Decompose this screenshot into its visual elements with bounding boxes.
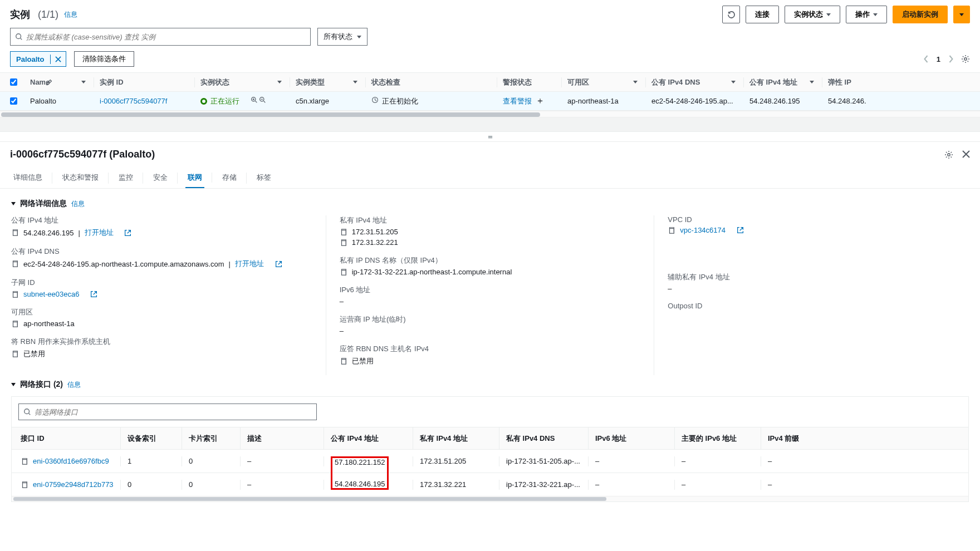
ni-h-scrollbar[interactable] — [12, 496, 968, 501]
connect-button[interactable]: 连接 — [746, 6, 779, 23]
col-pubip[interactable]: 公有 IPv4 地址 — [749, 77, 797, 87]
info-link[interactable]: 信息 — [64, 10, 77, 19]
ni-col-pdns[interactable]: 私有 IPv4 DNS — [499, 427, 588, 449]
actions-menu[interactable]: 操作 — [846, 6, 887, 23]
col-state[interactable]: 实例状态 — [200, 77, 229, 87]
refresh-button[interactable] — [722, 6, 740, 23]
copy-icon[interactable] — [340, 357, 347, 365]
row-checkbox[interactable] — [10, 97, 17, 105]
select-all-checkbox[interactable] — [10, 78, 17, 86]
ni-desc: – — [240, 480, 324, 490]
tab-tags[interactable]: 标签 — [254, 167, 273, 188]
ni-col-card[interactable]: 卡片索引 — [182, 427, 240, 449]
sort-icon[interactable] — [353, 81, 357, 83]
svg-rect-8 — [13, 292, 18, 297]
remove-filter-button[interactable] — [50, 55, 66, 64]
instances-search-input[interactable] — [26, 33, 306, 41]
instance-state-menu[interactable]: 实例状态 — [785, 6, 840, 23]
sort-icon[interactable] — [731, 81, 736, 83]
clear-filters-button[interactable]: 清除筛选条件 — [74, 51, 134, 67]
tab-details[interactable]: 详细信息 — [11, 167, 45, 188]
sort-icon[interactable] — [633, 81, 638, 83]
status-dot — [200, 98, 207, 105]
copy-icon[interactable] — [340, 239, 347, 247]
copy-icon[interactable] — [11, 229, 19, 237]
cell-type: c5n.xlarge — [296, 97, 365, 105]
page-prev[interactable] — [924, 55, 929, 63]
col-alarm[interactable]: 警报状态 — [503, 77, 532, 87]
ni-col-mv6[interactable]: 主要的 IPv6 地址 — [674, 427, 761, 449]
col-check[interactable]: 状态检查 — [371, 77, 400, 87]
sort-icon[interactable] — [81, 81, 86, 83]
h-scrollbar[interactable] — [0, 111, 980, 117]
svg-rect-13 — [341, 270, 346, 275]
launch-instance-button[interactable]: 启动新实例 — [893, 6, 948, 23]
panel-settings[interactable] — [944, 150, 953, 159]
col-id[interactable]: 实例 ID — [100, 77, 124, 87]
edit-icon[interactable] — [46, 79, 52, 86]
cell-id[interactable]: i-0006cf775c594077f — [100, 97, 167, 105]
ni-desc: – — [240, 456, 324, 466]
col-dns[interactable]: 公有 IPv4 DNS — [651, 77, 700, 87]
ni-col-desc[interactable]: 描述 — [240, 427, 324, 449]
tab-status[interactable]: 状态和警报 — [60, 167, 101, 188]
copy-icon[interactable] — [340, 228, 347, 236]
copy-icon[interactable] — [21, 481, 28, 489]
copy-icon[interactable] — [11, 260, 19, 268]
col-eip[interactable]: 弹性 IP — [828, 77, 851, 87]
ni-col-pref[interactable]: IPv4 前缀 — [761, 427, 968, 449]
zoom-icons[interactable] — [251, 96, 266, 104]
sort-icon[interactable] — [277, 81, 282, 83]
ni-col-pub[interactable]: 公有 IPv4 地址 — [324, 427, 413, 449]
ni-col-dev[interactable]: 设备索引 — [120, 427, 182, 449]
page-title: 实例 — [10, 8, 30, 21]
add-alarm-button[interactable]: ＋ — [536, 96, 545, 105]
launch-instance-dropdown[interactable] — [953, 6, 970, 23]
tab-network[interactable]: 联网 — [185, 167, 204, 188]
sort-icon[interactable] — [810, 81, 814, 83]
col-az[interactable]: 可用区 — [567, 77, 589, 87]
caret-down-icon — [11, 202, 16, 205]
resize-handle[interactable]: ＝ — [0, 132, 980, 142]
ni-search-input[interactable] — [35, 408, 312, 416]
ni-col-v6[interactable]: IPv6 地址 — [588, 427, 674, 449]
svg-rect-6 — [13, 231, 18, 236]
section-info-link[interactable]: 信息 — [71, 199, 85, 209]
copy-icon[interactable] — [21, 457, 28, 465]
tab-storage[interactable]: 存储 — [220, 167, 239, 188]
section-network-details[interactable]: 网络详细信息 信息 — [11, 199, 969, 209]
ni-id[interactable]: eni-0360fd16e6976fbc9 — [33, 457, 109, 465]
chevron-right-icon — [948, 55, 953, 63]
state-filter[interactable]: 所有状态 — [317, 28, 367, 46]
ni-col-priv[interactable]: 私有 IPv4 地址 — [413, 427, 499, 449]
ni-row[interactable]: eni-0759e2948d712b77300–54.248.246.19517… — [12, 473, 968, 496]
instances-search[interactable] — [10, 28, 311, 46]
copy-icon[interactable] — [668, 227, 675, 234]
copy-icon[interactable] — [340, 268, 347, 276]
value-az: ap-northeast-1a — [23, 319, 75, 328]
ni-row[interactable]: eni-0360fd16e6976fbc910–57.180.221.15217… — [12, 449, 968, 473]
ni-search[interactable] — [18, 404, 317, 420]
copy-icon[interactable] — [11, 350, 19, 358]
copy-icon[interactable] — [11, 320, 19, 328]
col-type[interactable]: 实例类型 — [296, 77, 325, 87]
page-next[interactable] — [948, 55, 953, 63]
tab-monitor[interactable]: 监控 — [116, 167, 135, 188]
value-subnet[interactable]: subnet-ee03eca6 — [23, 290, 79, 298]
ni-col-id[interactable]: 接口 ID — [12, 434, 120, 444]
ni-id[interactable]: eni-0759e2948d712b773 — [33, 480, 114, 489]
section-network-interfaces[interactable]: 网络接口 (2) 信息 — [11, 380, 969, 390]
cell-alarm[interactable]: 查看警报 — [503, 97, 532, 105]
value-vpc[interactable]: vpc-134c6174 — [680, 226, 726, 234]
table-row[interactable]: Paloalto i-0006cf775c594077f 正在运行 c5n.xl… — [0, 92, 980, 111]
cell-pubip: 54.248.246.195 — [749, 97, 822, 105]
open-public-ipv4[interactable]: 打开地址 — [85, 228, 114, 238]
tab-security[interactable]: 安全 — [151, 167, 170, 188]
panel-close[interactable] — [962, 150, 970, 159]
ni-pref: – — [761, 456, 968, 466]
label-private-ipv4: 私有 IPv4 地址 — [340, 215, 641, 225]
prefs-button[interactable] — [961, 55, 970, 63]
open-public-dns[interactable]: 打开地址 — [235, 259, 264, 269]
section-info-link[interactable]: 信息 — [67, 380, 81, 390]
copy-icon[interactable] — [11, 291, 19, 298]
